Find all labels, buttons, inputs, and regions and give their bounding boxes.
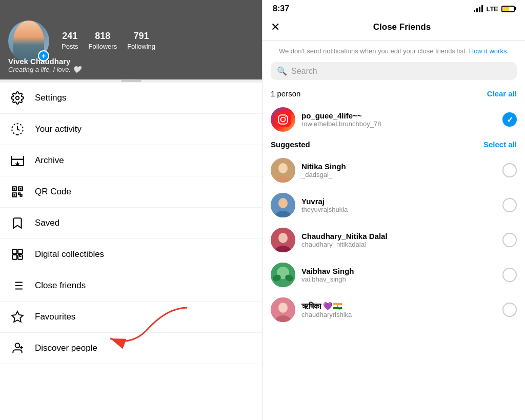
- svg-rect-5: [13, 188, 15, 189]
- search-placeholder: Search: [291, 67, 317, 76]
- svg-point-19: [15, 343, 20, 348]
- suggested-friend-name-3: Chaudhary_Nitika Dalal: [301, 232, 496, 241]
- svg-point-41: [278, 303, 288, 313]
- svg-rect-9: [18, 249, 23, 254]
- close-friends-icon: [10, 278, 25, 293]
- saved-icon: [10, 216, 25, 230]
- suggested-friend-check-4[interactable]: [502, 268, 517, 282]
- search-icon: 🔍: [277, 66, 287, 76]
- friend-avatar-selected: [271, 107, 295, 132]
- menu-label-settings: Settings: [35, 93, 66, 103]
- selected-count: 1 person: [271, 89, 300, 98]
- suggested-friend-check-1[interactable]: [502, 163, 517, 177]
- lte-label: LTE: [486, 5, 498, 13]
- favourites-icon: [10, 310, 25, 324]
- select-all-button[interactable]: Select all: [483, 140, 517, 149]
- suggested-friend-5: ऋषिका 💜🇮🇳 chaudharyrishika: [262, 292, 525, 327]
- profile-name: Vivek Chaudhary: [8, 57, 81, 66]
- profile-header: + 241 Posts 818 Followers 791 Following …: [0, 0, 262, 79]
- how-it-works-link[interactable]: How it works.: [469, 47, 509, 55]
- discover-icon: [10, 341, 25, 355]
- suggested-friend-info-2: Yuvraj theyuvrajshukla: [301, 197, 496, 213]
- suggested-friend-4: Vaibhav Singh vai.bhav_singh: [262, 257, 525, 292]
- menu-item-saved[interactable]: Saved: [0, 208, 262, 239]
- status-time: 8:37: [273, 4, 289, 13]
- profile-bio: Creating a life, I love. 🤍: [8, 66, 81, 73]
- profile-stats: 241 Posts 818 Followers 791 Following: [62, 31, 155, 51]
- svg-rect-7: [13, 194, 15, 195]
- svg-rect-11: [18, 255, 23, 259]
- selected-friend-info: po_guee_4life~~ rowiethelbel.brunchboy_7…: [301, 111, 496, 128]
- following-stat: 791 Following: [127, 31, 155, 51]
- panel-title: Close Friends: [287, 22, 517, 32]
- suggested-header: Suggested Select all: [262, 137, 525, 153]
- suggested-friend-check-5[interactable]: [502, 303, 517, 317]
- svg-rect-10: [12, 255, 17, 259]
- suggested-friend-name-5: ऋषिका 💜🇮🇳: [301, 302, 496, 311]
- menu-label-discover-people: Discover people: [35, 343, 97, 353]
- suggested-friend-check-3[interactable]: [502, 233, 517, 247]
- suggested-friend-3: Chaudhary_Nitika Dalal chaudhary_nitikad…: [262, 223, 525, 257]
- suggested-friend-info-4: Vaibhav Singh vai.bhav_singh: [301, 267, 496, 283]
- selected-friend-item: po_guee_4life~~ rowiethelbel.brunchboy_7…: [262, 102, 525, 137]
- suggested-friend-check-2[interactable]: [502, 198, 517, 212]
- qr-icon: [10, 185, 25, 199]
- profile-info: Vivek Chaudhary Creating a life, I love.…: [8, 57, 81, 73]
- menu-label-favourites: Favourites: [35, 312, 75, 322]
- menu-item-close-friends[interactable]: Close friends: [0, 270, 262, 302]
- menu-label-your-activity: Your activity: [35, 124, 82, 134]
- clear-all-button[interactable]: Clear all: [487, 89, 517, 98]
- selected-friend-handle: rowiethelbel.brunchboy_78: [301, 120, 496, 128]
- status-icons: LTE: [474, 5, 515, 13]
- menu-item-favourites[interactable]: Favourites: [0, 302, 262, 333]
- suggested-friend-2: Yuvraj theyuvrajshukla: [262, 188, 525, 223]
- subtitle-text: We don't send notifications when you edi…: [262, 41, 525, 58]
- svg-point-0: [16, 96, 19, 100]
- menu-label-qr-code: QR Code: [35, 187, 71, 197]
- suggested-friend-handle-3: chaudhary_nitikadalal: [301, 241, 496, 248]
- status-bar: 8:37 LTE: [262, 0, 525, 16]
- menu-item-archive[interactable]: Archive: [0, 145, 262, 176]
- followers-stat: 818 Followers: [89, 31, 117, 51]
- menu-label-archive: Archive: [35, 155, 64, 166]
- selected-friend-check[interactable]: ✓: [502, 112, 517, 127]
- avatar: +: [8, 21, 49, 62]
- svg-point-31: [278, 198, 288, 208]
- menu-list: Settings Your activity: [0, 83, 262, 420]
- svg-marker-18: [12, 311, 23, 322]
- suggested-label: Suggested: [271, 140, 310, 149]
- suggested-friend-handle-5: chaudharyrishika: [301, 311, 496, 318]
- close-button[interactable]: ✕: [271, 21, 287, 34]
- battery-icon: [501, 6, 515, 12]
- friend-avatar-5: [271, 297, 295, 322]
- menu-item-qr-code[interactable]: QR Code: [0, 176, 262, 208]
- suggested-friend-handle-4: vai.bhav_singh: [301, 275, 496, 283]
- friend-avatar-4: [271, 263, 295, 287]
- menu-item-your-activity[interactable]: Your activity: [0, 114, 262, 145]
- suggested-friend-1: Nitika Singh _dadsgal_: [262, 153, 525, 188]
- signal-icon: [474, 5, 483, 12]
- svg-rect-6: [19, 188, 21, 189]
- svg-rect-8: [12, 249, 17, 254]
- menu-label-saved: Saved: [35, 218, 59, 228]
- selected-count-header: 1 person Clear all: [262, 86, 525, 102]
- right-panel: 8:37 LTE ✕ Close Friends We don't send n…: [262, 0, 525, 420]
- suggested-friend-info-3: Chaudhary_Nitika Dalal chaudhary_nitikad…: [301, 232, 496, 248]
- search-box[interactable]: 🔍 Search: [271, 62, 517, 80]
- suggested-friend-handle-1: _dadsgal_: [301, 171, 496, 178]
- collectibles-icon: [10, 247, 25, 262]
- suggested-friend-handle-2: theyuvrajshukla: [301, 206, 496, 213]
- menu-item-settings[interactable]: Settings: [0, 83, 262, 114]
- panel-header: ✕ Close Friends: [262, 16, 525, 41]
- menu-label-close-friends: Close friends: [35, 281, 86, 291]
- svg-point-34: [278, 233, 288, 243]
- suggested-friend-info-5: ऋषिका 💜🇮🇳 chaudharyrishika: [301, 302, 496, 318]
- menu-item-discover-people[interactable]: Discover people: [0, 333, 262, 364]
- activity-icon: [10, 122, 25, 136]
- friend-avatar-3: [271, 228, 295, 252]
- suggested-friend-name-1: Nitika Singh: [301, 162, 496, 171]
- menu-item-digital-collectibles[interactable]: Digital collectibles: [0, 239, 262, 270]
- svg-rect-23: [275, 112, 291, 127]
- svg-point-28: [278, 163, 288, 173]
- suggested-friend-info-1: Nitika Singh _dadsgal_: [301, 162, 496, 178]
